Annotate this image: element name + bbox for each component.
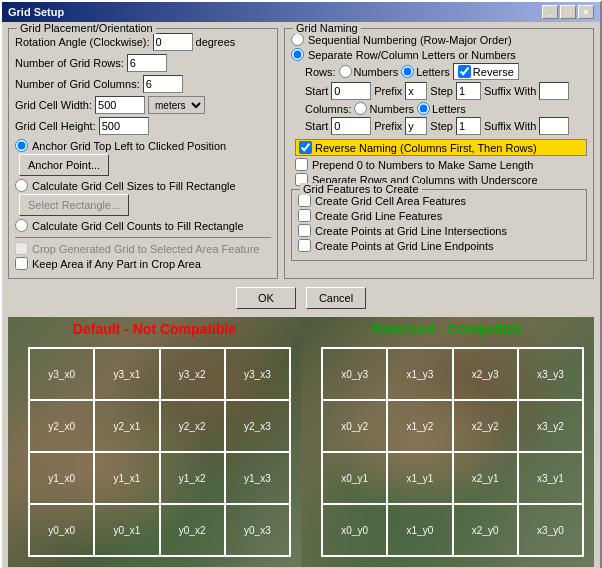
separate-radio[interactable] xyxy=(291,48,304,61)
rows-step-input[interactable] xyxy=(456,82,481,100)
minimize-button[interactable]: _ xyxy=(542,5,558,19)
grid-cell: x3_y0 xyxy=(518,504,583,556)
grid-cell: x2_y1 xyxy=(453,452,518,504)
anchor-point-button[interactable]: Anchor Point... xyxy=(19,154,109,176)
feat3-row: Create Points at Grid Line Intersections xyxy=(298,224,580,237)
prepend-label: Prepend 0 to Numbers to Make Same Length xyxy=(312,159,533,171)
separate-row: Separate Row/Column Letters or Numbers xyxy=(291,48,587,61)
grid-cell: x1_y0 xyxy=(387,504,452,556)
cols-numbers-radio[interactable] xyxy=(354,102,367,115)
rows-reverse-checkbox[interactable] xyxy=(458,65,471,78)
grid-cell: y3_x2 xyxy=(160,348,225,400)
grid-cell: x2_y2 xyxy=(453,400,518,452)
dialog-content: Grid Placement/Orientation Rotation Angl… xyxy=(2,22,600,568)
rotation-input[interactable] xyxy=(153,33,193,51)
anchor-radio[interactable] xyxy=(15,139,28,152)
maximize-button[interactable]: □ xyxy=(560,5,576,19)
rows-numbers-label: Numbers xyxy=(354,66,399,78)
reverse-naming-label: Reverse Naming (Columns First, Then Rows… xyxy=(315,142,537,154)
calc-counts-label: Calculate Grid Cell Counts to Fill Recta… xyxy=(32,220,244,232)
rows-prefix-input[interactable] xyxy=(405,82,427,100)
cell-height-label: Grid Cell Height: xyxy=(15,120,96,132)
ok-button[interactable]: OK xyxy=(236,287,296,309)
left-panel-label: Grid Placement/Orientation xyxy=(17,22,156,34)
grid-cols-label: Number of Grid Columns: xyxy=(15,78,140,90)
calc-counts-radio[interactable] xyxy=(15,219,28,232)
cell-width-label: Grid Cell Width: xyxy=(15,99,92,111)
calc-sizes-radio[interactable] xyxy=(15,179,28,192)
reverse-naming-row: Reverse Naming (Columns First, Then Rows… xyxy=(295,139,587,156)
feat4-checkbox[interactable] xyxy=(298,239,311,252)
rows-numbers-radio[interactable] xyxy=(339,65,352,78)
unit-select[interactable]: meters feet xyxy=(148,96,205,114)
cols-step-input[interactable] xyxy=(456,117,481,135)
sequential-label: Sequential Numbering (Row-Major Order) xyxy=(308,34,512,46)
rows-start-input[interactable] xyxy=(331,82,371,100)
grid-cell: y1_x0 xyxy=(29,452,94,504)
top-panels: Grid Placement/Orientation Rotation Angl… xyxy=(8,28,594,279)
cols-options-row: Columns: Numbers Letters xyxy=(305,102,587,115)
rows-reverse-box: Reverse xyxy=(453,63,519,80)
features-group: Grid Features to Create Create Grid Cell… xyxy=(291,189,587,261)
cols-numbers-label: Numbers xyxy=(369,103,414,115)
feat1-checkbox[interactable] xyxy=(298,194,311,207)
rows-label: Rows: xyxy=(305,66,336,78)
grid-cell: x1_y2 xyxy=(387,400,452,452)
feat2-label: Create Grid Line Features xyxy=(315,210,442,222)
keep-row: Keep Area if Any Part in Crop Area xyxy=(15,257,271,270)
rows-suffix-input[interactable] xyxy=(539,82,569,100)
anchor-label: Anchor Grid Top Left to Clicked Position xyxy=(32,140,226,152)
cols-start-row: Start Prefix Step Suffix With xyxy=(305,117,587,135)
grid-cell: y3_x1 xyxy=(94,348,159,400)
features-label: Grid Features to Create xyxy=(300,183,422,195)
close-button[interactable]: × xyxy=(578,5,594,19)
cols-letters-radio-group: Letters xyxy=(417,102,466,115)
rows-suffix-label: Suffix With xyxy=(484,85,536,97)
left-grid: y3_x0y3_x1y3_x2y3_x3y2_x0y2_x1y2_x2y2_x3… xyxy=(28,347,291,557)
cell-width-input[interactable] xyxy=(95,96,145,114)
prepend-checkbox[interactable] xyxy=(295,158,308,171)
cell-height-input[interactable] xyxy=(99,117,149,135)
crop-checkbox[interactable] xyxy=(15,242,28,255)
left-image: Default - Not Compatible y3_x0y3_x1y3_x2… xyxy=(8,317,301,567)
sequential-radio[interactable] xyxy=(291,33,304,46)
left-bg: Default - Not Compatible y3_x0y3_x1y3_x2… xyxy=(8,317,301,567)
grid-cell: x0_y1 xyxy=(322,452,387,504)
rows-numbers-radio-group: Numbers xyxy=(339,65,399,78)
cols-letters-radio[interactable] xyxy=(417,102,430,115)
reverse-naming-checkbox[interactable] xyxy=(299,141,312,154)
rows-reverse-label: Reverse xyxy=(473,66,514,78)
feat4-label: Create Points at Grid Line Endpoints xyxy=(315,240,494,252)
rows-options-row: Rows: Numbers Letters Reverse xyxy=(305,63,587,80)
grid-rows-row: Number of Grid Rows: xyxy=(15,54,271,72)
cols-prefix-input[interactable] xyxy=(405,117,427,135)
feat2-row: Create Grid Line Features xyxy=(298,209,580,222)
cols-start-label: Start xyxy=(305,120,328,132)
cols-label: Columns: xyxy=(305,103,351,115)
cancel-button[interactable]: Cancel xyxy=(306,287,366,309)
crop-label: Crop Generated Grid to Selected Area Fea… xyxy=(32,243,259,255)
images-section: Default - Not Compatible y3_x0y3_x1y3_x2… xyxy=(8,317,594,567)
grid-cols-input[interactable] xyxy=(143,75,183,93)
anchor-radio-row: Anchor Grid Top Left to Clicked Position xyxy=(15,139,271,152)
select-rectangle-button[interactable]: Select Rectangle... xyxy=(19,194,129,216)
calc-counts-row: Calculate Grid Cell Counts to Fill Recta… xyxy=(15,219,271,232)
feat3-checkbox[interactable] xyxy=(298,224,311,237)
cols-suffix-input[interactable] xyxy=(539,117,569,135)
feat1-row: Create Grid Cell Area Features xyxy=(298,194,580,207)
left-title: Default - Not Compatible xyxy=(8,317,301,341)
grid-rows-input[interactable] xyxy=(127,54,167,72)
keep-checkbox[interactable] xyxy=(15,257,28,270)
grid-cell: x0_y2 xyxy=(322,400,387,452)
right-image: Reversed - Compatible x0_y3x1_y3x2_y3x3_… xyxy=(301,317,594,567)
cols-start-input[interactable] xyxy=(331,117,371,135)
grid-rows-label: Number of Grid Rows: xyxy=(15,57,124,69)
grid-cell: y1_x2 xyxy=(160,452,225,504)
grid-cell: x1_y3 xyxy=(387,348,452,400)
cols-step-label: Step xyxy=(430,120,453,132)
grid-cell: y0_x0 xyxy=(29,504,94,556)
feat2-checkbox[interactable] xyxy=(298,209,311,222)
prepend-row: Prepend 0 to Numbers to Make Same Length xyxy=(295,158,587,171)
rows-letters-radio[interactable] xyxy=(401,65,414,78)
grid-cell: x0_y3 xyxy=(322,348,387,400)
